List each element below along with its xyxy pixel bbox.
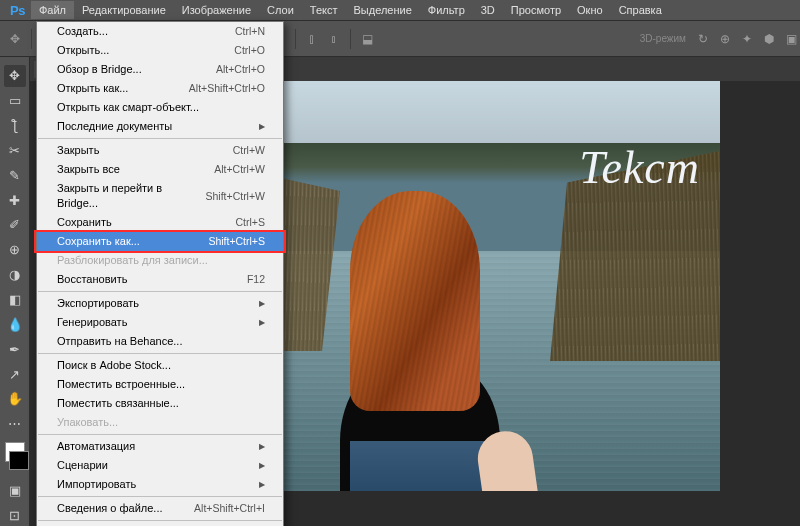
menu-item[interactable]: Сохранить как...Shift+Ctrl+S <box>37 232 283 251</box>
menu-item-label: Сохранить как... <box>57 234 140 249</box>
menu-item[interactable]: ВосстановитьF12 <box>37 270 283 289</box>
heal-tool[interactable]: ✚ <box>4 189 26 211</box>
menu-item[interactable]: СохранитьCtrl+S <box>37 213 283 232</box>
menu-item[interactable]: Отправить на Behance... <box>37 332 283 351</box>
menu-item[interactable]: Обзор в Bridge...Alt+Ctrl+O <box>37 60 283 79</box>
menu-item-label: Отправить на Behance... <box>57 334 182 349</box>
menu-item[interactable]: Поместить встроенные... <box>37 375 283 394</box>
menu-view[interactable]: Просмотр <box>503 1 569 19</box>
submenu-arrow-icon: ▶ <box>259 119 265 134</box>
distribute-h2-icon[interactable]: ⫾ <box>325 30 343 48</box>
menu-item-label: Сценарии <box>57 458 108 473</box>
menu-item[interactable]: Сценарии▶ <box>37 456 283 475</box>
background-color[interactable] <box>9 451 29 471</box>
menu-item-label: Автоматизация <box>57 439 135 454</box>
menu-item-shortcut: Alt+Shift+Ctrl+I <box>194 501 265 516</box>
menu-item-label: Импортировать <box>57 477 136 492</box>
menu-item-label: Закрыть <box>57 143 99 158</box>
menu-item-shortcut: Ctrl+N <box>235 24 265 39</box>
3d-camera-icon[interactable]: ▣ <box>782 30 800 48</box>
submenu-arrow-icon: ▶ <box>259 315 265 330</box>
menu-item[interactable]: Поместить связанные... <box>37 394 283 413</box>
3d-zoom-icon[interactable]: ✦ <box>738 30 756 48</box>
menu-item-label: Сведения о файле... <box>57 501 163 516</box>
move-tool-icon[interactable]: ✥ <box>6 30 24 48</box>
3d-pan-icon[interactable]: ⊕ <box>716 30 734 48</box>
menu-edit[interactable]: Редактирование <box>74 1 174 19</box>
stamp-tool[interactable]: ⊕ <box>4 239 26 261</box>
eraser-tool[interactable]: ◑ <box>4 264 26 286</box>
auto-align-icon[interactable]: ⬓ <box>358 30 376 48</box>
submenu-arrow-icon: ▶ <box>259 296 265 311</box>
menu-window[interactable]: Окно <box>569 1 611 19</box>
menu-item-label: Поместить встроенные... <box>57 377 185 392</box>
image-figure <box>320 171 520 491</box>
menu-layers[interactable]: Слои <box>259 1 302 19</box>
menu-item-label: Упаковать... <box>57 415 118 430</box>
menu-item-shortcut: Ctrl+W <box>233 143 265 158</box>
dots-tool[interactable]: ⋯ <box>4 413 26 435</box>
path-tool[interactable]: ↗ <box>4 363 26 385</box>
menu-item-shortcut: Shift+Ctrl+S <box>208 234 265 249</box>
menu-select[interactable]: Выделение <box>346 1 420 19</box>
menu-item-label: Последние документы <box>57 119 172 134</box>
menu-item-label: Обзор в Bridge... <box>57 62 142 77</box>
crop-tool[interactable]: ✂ <box>4 140 26 162</box>
menu-item[interactable]: Открыть как...Alt+Shift+Ctrl+O <box>37 79 283 98</box>
gradient-tool[interactable]: ◧ <box>4 289 26 311</box>
submenu-arrow-icon: ▶ <box>259 477 265 492</box>
menubar: Ps Файл Редактирование Изображение Слои … <box>0 0 800 21</box>
menu-file[interactable]: Файл <box>31 1 74 19</box>
move-tool[interactable]: ✥ <box>4 65 26 87</box>
tools-panel: ✥ ▭ ƪ ✂ ✎ ✚ ✐ ⊕ ◑ ◧ 💧 ✒ ↗ ✋ ⋯ ▣ ⊡ <box>0 57 30 526</box>
menu-item[interactable]: Сведения о файле...Alt+Shift+Ctrl+I <box>37 499 283 518</box>
menu-item[interactable]: Импортировать▶ <box>37 475 283 494</box>
menu-item[interactable]: ЗакрытьCtrl+W <box>37 141 283 160</box>
menu-item[interactable]: Поиск в Adobe Stock... <box>37 356 283 375</box>
menu-item[interactable]: Открыть...Ctrl+O <box>37 41 283 60</box>
screenmode-tool[interactable]: ⊡ <box>4 504 26 526</box>
menu-item-shortcut: Ctrl+S <box>236 215 265 230</box>
menu-item-label: Сохранить <box>57 215 112 230</box>
lasso-tool[interactable]: ƪ <box>4 115 26 137</box>
blur-tool[interactable]: 💧 <box>4 313 26 335</box>
three-d-mode-label: 3D-режим <box>640 33 690 44</box>
menu-item[interactable]: Экспортировать▶ <box>37 294 283 313</box>
menu-filter[interactable]: Фильтр <box>420 1 473 19</box>
3d-light-icon[interactable]: ⬢ <box>760 30 778 48</box>
canvas-text-layer: Tekcm <box>579 141 700 194</box>
menu-item-label: Создать... <box>57 24 108 39</box>
pen-tool[interactable]: ✒ <box>4 338 26 360</box>
menu-item: Разблокировать для записи... <box>37 251 283 270</box>
quickmask-tool[interactable]: ▣ <box>4 479 26 501</box>
menu-help[interactable]: Справка <box>611 1 670 19</box>
eyedropper-tool[interactable]: ✎ <box>4 164 26 186</box>
menu-item-label: Открыть как... <box>57 81 128 96</box>
menu-item-shortcut: Alt+Ctrl+W <box>214 162 265 177</box>
menu-item[interactable]: Закрыть и перейти в Bridge...Shift+Ctrl+… <box>37 179 283 213</box>
menu-item-label: Разблокировать для записи... <box>57 253 208 268</box>
menu-item-shortcut: F12 <box>247 272 265 287</box>
submenu-arrow-icon: ▶ <box>259 458 265 473</box>
marquee-tool[interactable]: ▭ <box>4 90 26 112</box>
3d-orbit-icon[interactable]: ↻ <box>694 30 712 48</box>
menu-3d[interactable]: 3D <box>473 1 503 19</box>
menu-item-label: Экспортировать <box>57 296 139 311</box>
distribute-w-icon[interactable]: ⫿ <box>303 30 321 48</box>
menu-item-shortcut: Alt+Shift+Ctrl+O <box>189 81 265 96</box>
menu-item[interactable]: Закрыть всеAlt+Ctrl+W <box>37 160 283 179</box>
hand-tool[interactable]: ✋ <box>4 388 26 410</box>
menu-item[interactable]: Автоматизация▶ <box>37 437 283 456</box>
menu-item-label: Поиск в Adobe Stock... <box>57 358 171 373</box>
menu-item[interactable]: Последние документы▶ <box>37 117 283 136</box>
menu-item[interactable]: Создать...Ctrl+N <box>37 22 283 41</box>
menu-item-label: Генерировать <box>57 315 127 330</box>
menu-item-label: Открыть... <box>57 43 109 58</box>
menu-text[interactable]: Текст <box>302 1 346 19</box>
file-menu-dropdown: Создать...Ctrl+NОткрыть...Ctrl+OОбзор в … <box>36 21 284 526</box>
menu-item[interactable]: Открыть как смарт-объект... <box>37 98 283 117</box>
menu-item-shortcut: Shift+Ctrl+W <box>205 189 265 204</box>
menu-item[interactable]: Генерировать▶ <box>37 313 283 332</box>
menu-image[interactable]: Изображение <box>174 1 259 19</box>
brush-tool[interactable]: ✐ <box>4 214 26 236</box>
